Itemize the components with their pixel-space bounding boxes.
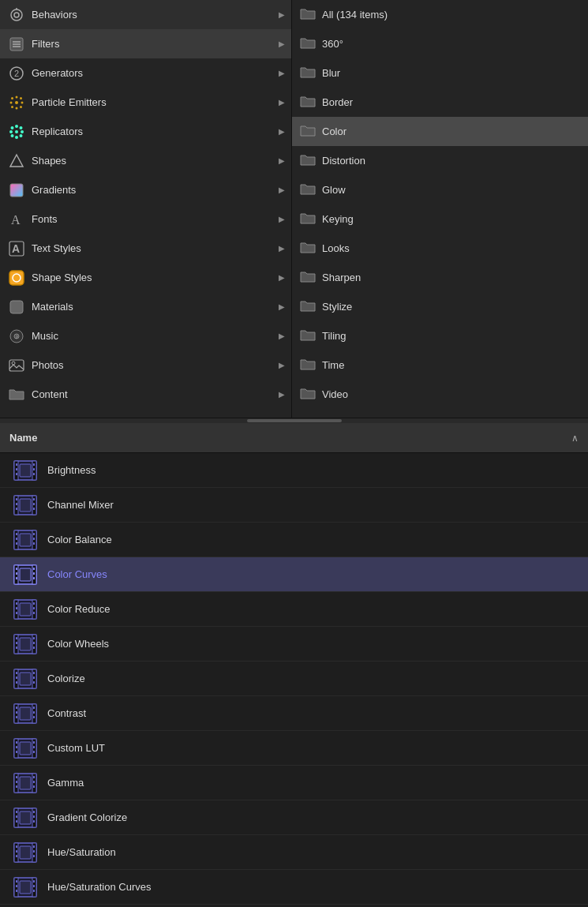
folder-icon-keying: [300, 213, 316, 226]
sidebar-item-content[interactable]: Content▶: [0, 380, 291, 409]
filter-item-gradient-colorize[interactable]: Gradient Colorize: [0, 800, 588, 835]
svg-rect-49: [20, 464, 31, 477]
text-styles-icon: A: [8, 240, 25, 257]
svg-rect-59: [20, 499, 31, 512]
filter-item-hue-saturation-curves[interactable]: Hue/Saturation Curves: [0, 870, 588, 905]
category-item-360[interactable]: 360°: [292, 29, 588, 58]
svg-rect-103: [16, 672, 17, 674]
svg-rect-53: [16, 498, 17, 500]
svg-rect-128: [33, 751, 35, 753]
svg-rect-47: [33, 468, 35, 470]
filter-item-color-balance[interactable]: Color Balance: [0, 523, 588, 557]
arrow-icon-music: ▶: [279, 332, 285, 340]
sidebar-item-particle-emitters[interactable]: Particle Emitters▶: [0, 88, 291, 117]
filter-item-color-wheels[interactable]: Color Wheels: [0, 627, 588, 662]
scroll-bar[interactable]: [247, 419, 342, 422]
svg-rect-69: [20, 534, 31, 546]
section-header[interactable]: Name ∧: [0, 423, 588, 453]
sidebar-item-gradients[interactable]: Gradients▶: [0, 175, 291, 204]
svg-rect-126: [33, 741, 35, 744]
filter-item-color-curves[interactable]: Color Curves: [0, 557, 588, 592]
svg-rect-138: [33, 785, 35, 788]
svg-point-1: [14, 13, 19, 17]
svg-rect-169: [20, 881, 31, 894]
svg-rect-125: [16, 751, 17, 753]
category-item-video[interactable]: Video: [292, 380, 588, 409]
svg-rect-129: [20, 742, 31, 755]
svg-rect-159: [20, 846, 31, 859]
svg-rect-117: [33, 711, 35, 714]
arrow-icon-materials: ▶: [279, 302, 285, 311]
folder-icon-looks: [300, 242, 316, 255]
category-item-all[interactable]: All (134 items): [292, 0, 588, 29]
film-strip-icon-hue-saturation: [13, 840, 38, 865]
svg-point-23: [11, 126, 14, 129]
svg-rect-158: [33, 855, 35, 857]
filter-item-colorize[interactable]: Colorize: [0, 662, 588, 696]
sidebar-item-label-gradients: Gradients: [32, 184, 279, 196]
category-item-tiling[interactable]: Tiling: [292, 321, 588, 350]
category-item-blur[interactable]: Blur: [292, 58, 588, 88]
svg-rect-95: [16, 647, 17, 649]
collapse-chevron[interactable]: ∧: [571, 433, 579, 444]
filter-label-colorize: Colorize: [47, 673, 85, 684]
sidebar-item-label-fonts: Fonts: [32, 213, 279, 225]
svg-rect-79: [20, 568, 31, 581]
svg-point-18: [15, 125, 18, 128]
category-item-sharpen[interactable]: Sharpen: [292, 263, 588, 292]
svg-marker-27: [10, 155, 23, 167]
svg-rect-75: [16, 577, 17, 579]
folder-icon-distortion: [300, 155, 316, 167]
folder-icon-time: [300, 359, 316, 372]
sidebar-item-materials[interactable]: Materials▶: [0, 292, 291, 321]
svg-point-26: [20, 134, 23, 137]
sidebar-item-replicators[interactable]: Replicators▶: [0, 117, 291, 146]
folder-icon-all: [300, 9, 316, 21]
gear-icon: [8, 6, 25, 24]
svg-rect-78: [33, 577, 35, 579]
sidebar-item-filters[interactable]: Filters▶: [0, 29, 291, 58]
filter-item-custom-lut[interactable]: Custom LUT: [0, 731, 588, 766]
filter-item-channel-mixer[interactable]: Channel Mixer: [0, 488, 588, 523]
svg-rect-114: [16, 711, 17, 714]
category-item-border[interactable]: Border: [292, 88, 588, 117]
sidebar-item-generators[interactable]: 2Generators▶: [0, 58, 291, 88]
arrow-icon-photos: ▶: [279, 361, 285, 369]
sidebar-item-text-styles[interactable]: AText Styles▶: [0, 234, 291, 263]
svg-rect-34: [10, 301, 23, 313]
svg-point-25: [11, 134, 14, 137]
filter-item-brightness[interactable]: Brightness: [0, 453, 588, 488]
category-item-color[interactable]: Color: [292, 117, 588, 146]
film-strip-icon-color-wheels: [13, 632, 38, 657]
sidebar-item-shapes[interactable]: Shapes▶: [0, 146, 291, 175]
category-item-stylize[interactable]: Stylize: [292, 292, 588, 321]
filter-item-contrast[interactable]: Contrast: [0, 696, 588, 731]
category-item-glow[interactable]: Glow: [292, 175, 588, 204]
sidebar-item-behaviors[interactable]: Behaviors▶: [0, 0, 291, 29]
svg-point-0: [11, 9, 22, 21]
category-item-looks[interactable]: Looks: [292, 234, 588, 263]
svg-rect-56: [33, 498, 35, 500]
sidebar-item-shape-styles[interactable]: Shape Styles▶: [0, 263, 291, 292]
svg-rect-86: [33, 602, 35, 605]
sidebar-item-photos[interactable]: Photos▶: [0, 350, 291, 380]
filter-item-hue-saturation[interactable]: Hue/Saturation: [0, 835, 588, 870]
filter-item-gamma[interactable]: Gamma: [0, 766, 588, 800]
svg-point-15: [20, 106, 22, 108]
filter-label-gamma: Gamma: [47, 777, 84, 789]
arrow-icon-replicators: ▶: [279, 127, 285, 136]
sidebar-item-fonts[interactable]: AFonts▶: [0, 204, 291, 234]
svg-point-22: [15, 130, 18, 133]
filter-label-brightness: Brightness: [47, 464, 96, 476]
category-item-distortion[interactable]: Distortion: [292, 146, 588, 175]
svg-point-14: [11, 97, 13, 99]
category-item-keying[interactable]: Keying: [292, 204, 588, 234]
svg-point-19: [9, 130, 13, 133]
sidebar-item-label-text-styles: Text Styles: [32, 242, 279, 254]
category-label-tiling: Tiling: [322, 330, 582, 342]
sidebar-item-music[interactable]: ♪Music▶: [0, 321, 291, 350]
category-item-time[interactable]: Time: [292, 350, 588, 380]
arrow-icon-content: ▶: [279, 390, 285, 399]
filter-item-color-reduce[interactable]: Color Reduce: [0, 592, 588, 627]
svg-rect-118: [33, 716, 35, 718]
